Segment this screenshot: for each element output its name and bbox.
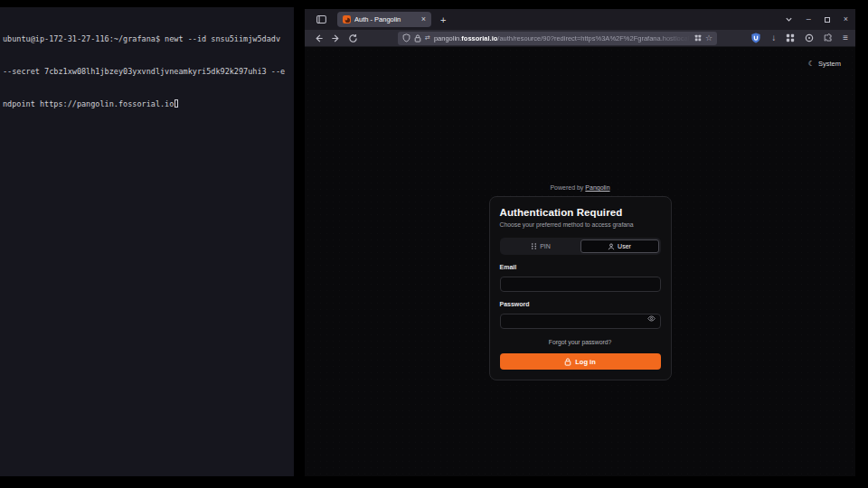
menu-hamburger-icon[interactable]: ≡: [843, 33, 848, 42]
powered-by: Powered by Pangolin: [489, 184, 672, 191]
window-close-button[interactable]: ×: [844, 15, 848, 23]
tab-user[interactable]: User: [580, 239, 659, 253]
terminal-line: ndpoint https://pangolin.fossorial.io: [3, 99, 291, 109]
list-tabs-chevron-icon[interactable]: [785, 15, 793, 23]
tab-pin[interactable]: PIN: [502, 239, 580, 253]
window-controls: – ×: [785, 15, 848, 23]
translate-icon[interactable]: ⇄: [425, 34, 430, 42]
login-lock-icon: [564, 358, 571, 366]
browser-tab-auth-pangolin[interactable]: Auth - Pangolin ×: [337, 12, 431, 27]
containers-grid-icon[interactable]: [694, 34, 702, 42]
card-title: Authentication Required: [500, 207, 661, 218]
keypad-icon: [531, 243, 537, 249]
show-password-eye-icon[interactable]: [647, 314, 656, 323]
tab-user-label: User: [618, 243, 631, 249]
auth-card: Authentication Required Choose your pref…: [489, 196, 672, 380]
browser-toolbar: ⇄ pangolin.fossorial.io/auth/resource/90…: [305, 30, 855, 47]
bookmark-star-icon[interactable]: ☆: [705, 34, 712, 42]
theme-toggle-label: System: [818, 60, 841, 68]
tracking-protection-shield-icon[interactable]: [402, 33, 410, 42]
pangolin-link[interactable]: Pangolin: [585, 184, 609, 191]
privacy-circle-extension-icon[interactable]: [805, 33, 814, 42]
pangolin-favicon: [343, 15, 351, 23]
terminal-cursor: [175, 99, 178, 108]
auth-method-tabs: PIN User: [500, 238, 661, 255]
user-icon: [608, 243, 615, 250]
email-label: Email: [500, 264, 661, 270]
theme-toggle[interactable]: ☾ System: [808, 60, 841, 68]
tab-bar: Auth - Pangolin × + – ×: [305, 9, 855, 30]
downloads-icon[interactable]: ↓: [771, 33, 776, 42]
auth-page: ☾ System Powered by Pangolin Authenticat…: [305, 47, 855, 476]
auth-container: Powered by Pangolin Authentication Requi…: [489, 184, 672, 380]
browser-window: Auth - Pangolin × + – ×: [305, 9, 855, 476]
terminal-line: --secret 7cbz1xw08lh1jbzey03yxvndljvneam…: [3, 66, 291, 77]
tab-close-icon[interactable]: ×: [421, 15, 426, 23]
login-button-label: Log in: [575, 358, 596, 366]
tab-title: Auth - Pangolin: [354, 15, 418, 23]
tab-pin-label: PIN: [540, 243, 551, 249]
firefox-view-icon[interactable]: [314, 13, 328, 27]
extensions-puzzle-icon[interactable]: [824, 33, 833, 42]
password-label: Password: [500, 301, 661, 307]
email-field[interactable]: [500, 277, 661, 292]
moon-icon: ☾: [808, 61, 815, 68]
card-subtitle: Choose your preferred method to access g…: [500, 221, 661, 228]
toolbar-extensions: ↓ ≡: [750, 33, 848, 43]
forgot-password-link[interactable]: Forgot your password?: [500, 339, 661, 345]
ublock-extension-icon[interactable]: [750, 33, 761, 43]
password-field[interactable]: [500, 314, 661, 329]
extensions-grid-icon[interactable]: [786, 33, 795, 42]
terminal-window[interactable]: ubuntu@ip-172-31-27-116:~/grafana$ newt …: [0, 7, 294, 476]
connection-lock-icon[interactable]: [414, 34, 421, 42]
url-bar[interactable]: ⇄ pangolin.fossorial.io/auth/resource/90…: [398, 32, 717, 45]
window-minimize-button[interactable]: –: [807, 15, 811, 23]
window-maximize-button[interactable]: [825, 17, 830, 23]
forward-button[interactable]: [329, 32, 343, 45]
back-button[interactable]: [312, 32, 326, 45]
url-text: pangolin.fossorial.io/auth/resource/90?r…: [434, 34, 691, 42]
terminal-line: ubuntu@ip-172-31-27-116:~/grafana$ newt …: [3, 33, 291, 44]
login-button[interactable]: Log in: [500, 353, 661, 370]
new-tab-button[interactable]: +: [440, 14, 446, 25]
reload-button[interactable]: [346, 32, 360, 45]
